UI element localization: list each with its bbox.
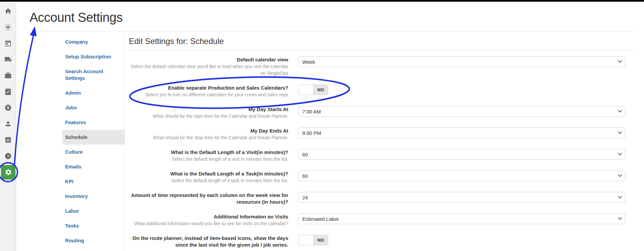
form-row-week-column-hours: Amount of time represented by each colum… — [129, 192, 635, 205]
form-row-default-calendar-view: Default calendar view Select the default… — [129, 56, 635, 77]
nav-item-routing[interactable]: Routing — [62, 233, 125, 248]
route-planner-days-toggle[interactable]: NO — [298, 235, 328, 245]
nav-item-admin[interactable]: Admin — [62, 86, 125, 100]
bar-chart-icon — [4, 136, 12, 144]
sidebar-timesheets-button[interactable] — [0, 148, 16, 164]
day-ends-select[interactable]: 8:00 PM — [298, 128, 625, 138]
nav-item-jobs[interactable]: Jobs — [62, 100, 125, 115]
day-starts-select[interactable]: 7:00 AM — [298, 106, 625, 117]
nav-item-schedule[interactable]: Schedule — [62, 130, 125, 145]
nav-item-kpi[interactable]: KPI — [62, 174, 125, 189]
svg-text:$: $ — [7, 105, 9, 110]
field-label: Enable separate Production and Sales Cal… — [129, 85, 288, 91]
field-help: Select the default length of a task in m… — [129, 177, 288, 184]
nav-item-tasks[interactable]: Tasks — [62, 218, 125, 233]
nav-item-search-account-settings[interactable]: Search Account Settings — [62, 64, 125, 86]
form-row-task-length: What is the Default Length of a Task(in … — [129, 170, 635, 184]
sidebar-settings-button[interactable] — [0, 164, 16, 180]
settings-form: Default calendar view Select the default… — [129, 56, 635, 248]
settings-panel: Edit Settings for: Schedule Default cale… — [129, 35, 635, 251]
field-label: On the route planner, instead of item-ba… — [129, 235, 288, 248]
sidebar-reports-button[interactable] — [0, 132, 16, 148]
settings-nav: Company Setup Subscription Search Accoun… — [62, 35, 125, 251]
icon-sidebar: $ — [0, 2, 16, 251]
field-label: What is the Default Length of a Visit(in… — [129, 149, 288, 156]
nav-item-emails[interactable]: Emails — [62, 159, 125, 174]
sidebar-jobs-button[interactable] — [0, 67, 16, 84]
nav-item-features[interactable]: Features — [62, 115, 125, 130]
toggle-state-label: NO — [313, 235, 328, 245]
sidebar-tasks-button[interactable] — [0, 84, 16, 100]
panel-heading: Edit Settings for: Schedule — [129, 35, 635, 50]
field-help: Select yes to turn on different calendar… — [129, 91, 288, 98]
brightness-icon — [4, 23, 12, 31]
field-label: Amount of time represented by each colum… — [129, 192, 288, 205]
nav-item-company[interactable]: Company — [62, 35, 125, 49]
toggle-state-label: NO — [313, 85, 328, 95]
field-label: My Day Starts At — [129, 106, 288, 113]
nav-item-labor[interactable]: Labor — [62, 204, 125, 218]
field-label: My Day Ends At — [129, 128, 288, 134]
separate-calendars-toggle[interactable]: NO — [298, 85, 328, 95]
calendar-icon — [4, 40, 12, 47]
sidebar-brightness-button[interactable] — [0, 19, 16, 35]
main-content: Account Settings Company Setup Subscript… — [16, 2, 644, 251]
form-row-separate-calendars: Enable separate Production and Sales Cal… — [129, 85, 635, 98]
gear-icon — [5, 168, 12, 176]
form-row-additional-info: Additional Informaton on Visits What add… — [129, 213, 635, 227]
nav-item-inventory[interactable]: Inventory — [62, 189, 125, 204]
field-help: What additional information would you li… — [129, 220, 288, 227]
week-column-hours-select[interactable]: 24 — [298, 192, 625, 203]
dollar-circle-icon: $ — [4, 104, 12, 111]
form-row-visit-length: What is the Default Length of a Visit(in… — [129, 149, 635, 162]
sidebar-routing-button[interactable] — [0, 51, 16, 67]
form-row-day-starts: My Day Starts At What should be the star… — [129, 106, 635, 119]
field-help: Select the default length of a visit in … — [129, 156, 288, 162]
field-label: What is the Default Length of a Task(in … — [129, 170, 288, 177]
clipboard-check-icon — [4, 88, 12, 95]
sidebar-calendar-button[interactable] — [0, 35, 16, 51]
sidebar-billing-button[interactable]: $ — [0, 100, 16, 116]
field-help: What should be the stop time for the Cal… — [129, 134, 288, 141]
sidebar-home-button[interactable] — [0, 3, 16, 19]
field-label: Additional Informaton on Visits — [129, 213, 288, 220]
sidebar-customers-button[interactable] — [0, 116, 16, 132]
task-length-select[interactable]: 60 — [298, 170, 625, 181]
field-help: Select the default calendar view you'd l… — [129, 63, 288, 77]
home-icon — [4, 7, 12, 15]
clock-icon — [4, 152, 12, 160]
default-calendar-view-select[interactable]: Week — [298, 56, 625, 67]
app-shell: $ Account Settings Company Setup Subscri… — [0, 2, 644, 251]
field-help: What should be the start time for the Ca… — [129, 113, 288, 119]
toggle-handle — [298, 235, 314, 245]
settings-active-highlight — [1, 165, 15, 180]
toggle-handle — [298, 85, 314, 95]
form-row-day-ends: My Day Ends At What should be the stop t… — [129, 128, 635, 141]
nav-item-setup-subscription[interactable]: Setup Subscription — [62, 49, 125, 64]
person-icon — [4, 120, 12, 128]
additional-info-select[interactable]: Estimated Labor — [298, 213, 625, 224]
form-row-route-planner-days: On the route planner, instead of item-ba… — [129, 235, 635, 248]
truck-icon — [4, 56, 12, 63]
page-title: Account Settings — [30, 10, 635, 25]
briefcase-icon — [4, 72, 12, 79]
visit-length-select[interactable]: 60 — [298, 149, 625, 160]
nav-item-culture[interactable]: Culture — [62, 145, 125, 159]
field-label: Default calendar view — [129, 56, 288, 63]
